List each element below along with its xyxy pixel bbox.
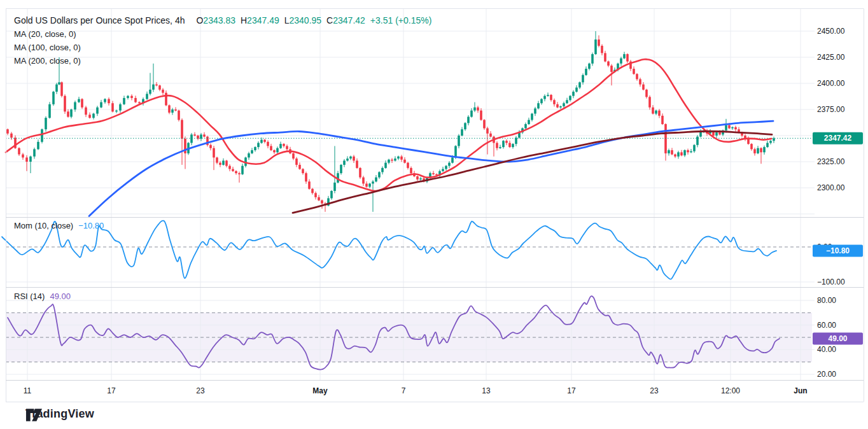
close-label: C: [326, 15, 333, 25]
svg-text:60.00: 60.00: [817, 321, 836, 330]
svg-text:7: 7: [402, 386, 406, 395]
symbol-title: Gold US Dollars per Ounce Spot Prices, 4…: [14, 15, 185, 25]
ohlc-values: O2343.83H2347.49L2340.95C2347.42+3.51 (+…: [191, 15, 431, 25]
close-value: 2347.42: [333, 15, 365, 25]
svg-text:2400.00: 2400.00: [817, 79, 845, 88]
svg-text:2325.00: 2325.00: [817, 157, 845, 166]
time-axis[interactable]: 111723May713172312:00Jun: [24, 386, 808, 395]
svg-text:40.00: 40.00: [817, 345, 836, 354]
svg-text:23: 23: [650, 386, 659, 395]
current-price-badge: 2347.42: [813, 132, 863, 144]
svg-text:80.00: 80.00: [817, 296, 836, 305]
rsi-label: RSI (14): [14, 292, 45, 301]
svg-text:12:00: 12:00: [721, 386, 740, 395]
momentum-value-badge: −10.80: [813, 244, 863, 257]
momentum-line: [2, 221, 776, 279]
low-value: 2340.95: [290, 15, 322, 25]
high-label: H: [241, 15, 247, 25]
high-value: 2347.49: [247, 15, 279, 25]
svg-text:−10.80: −10.80: [826, 246, 850, 255]
tradingview-logo[interactable]: TradingView: [25, 407, 94, 421]
svg-text:2450.00: 2450.00: [817, 27, 845, 36]
svg-text:−100.00: −100.00: [817, 278, 845, 286]
svg-text:23: 23: [196, 386, 205, 395]
legend-rsi[interactable]: RSI (14)49.00: [14, 292, 71, 301]
open-value: 2343.83: [203, 15, 235, 25]
momentum-label: Mom (10, close): [14, 221, 73, 230]
svg-text:2347.42: 2347.42: [824, 134, 852, 143]
svg-text:2375.00: 2375.00: [817, 105, 845, 114]
svg-text:11: 11: [24, 386, 32, 395]
ma20-line: [6, 59, 771, 191]
tradingview-chart-window: 2450.002425.002400.002375.002325.002300.…: [0, 0, 868, 429]
momentum-value: −10.80: [78, 221, 104, 230]
price-axis[interactable]: 2450.002425.002400.002375.002325.002300.…: [817, 27, 845, 379]
low-label: L: [284, 15, 290, 25]
ma200-line: [293, 131, 772, 213]
svg-text:Jun: Jun: [794, 386, 807, 395]
candles: [6, 31, 775, 212]
chart-canvas[interactable]: 2450.002425.002400.002375.002325.002300.…: [0, 0, 868, 405]
change-value: +3.51 (+0.15%): [370, 15, 432, 25]
legend-ma200[interactable]: MA (200, close, 0): [14, 56, 81, 66]
svg-text:13: 13: [482, 386, 491, 395]
legend-ma20[interactable]: MA (20, close, 0): [14, 29, 76, 39]
svg-text:20.00: 20.00: [817, 370, 836, 379]
svg-text:17: 17: [107, 386, 116, 395]
rsi-value: 49.00: [50, 292, 71, 301]
svg-text:2425.00: 2425.00: [817, 53, 845, 62]
svg-text:May: May: [312, 386, 328, 395]
symbol-legend[interactable]: Gold US Dollars per Ounce Spot Prices, 4…: [14, 15, 431, 25]
rsi-value-badge: 49.00: [813, 332, 863, 344]
svg-text:2300.00: 2300.00: [817, 183, 845, 192]
svg-text:49.00: 49.00: [828, 334, 847, 343]
tradingview-logo-icon: [25, 407, 43, 423]
legend-ma100[interactable]: MA (100, close, 0): [14, 43, 81, 52]
svg-text:17: 17: [567, 386, 576, 395]
open-label: O: [196, 15, 203, 25]
legend-momentum[interactable]: Mom (10, close)−10.80: [14, 221, 104, 230]
